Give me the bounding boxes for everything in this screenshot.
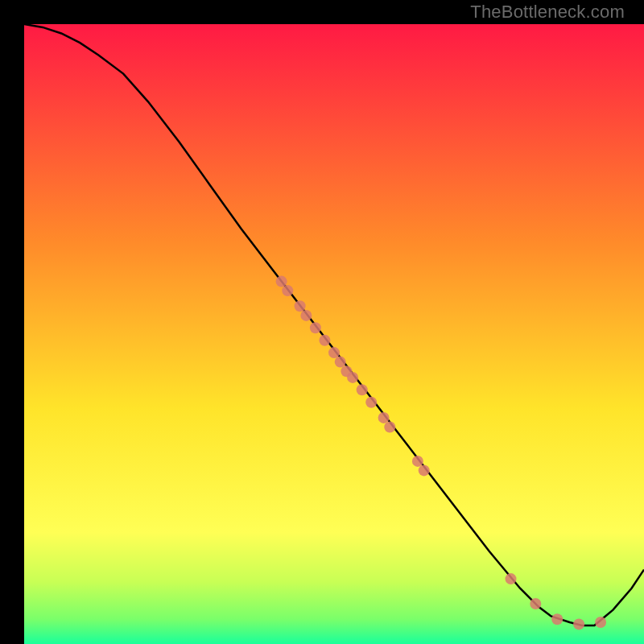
data-point [335, 357, 346, 368]
data-point [347, 372, 358, 383]
bottleneck-chart [24, 24, 644, 644]
watermark-text: TheBottleneck.com [470, 2, 625, 23]
data-point [282, 285, 293, 296]
data-point [551, 613, 563, 625]
data-point [276, 276, 287, 287]
data-point [300, 310, 312, 321]
data-point [378, 412, 390, 423]
data-point [530, 598, 541, 609]
chart-frame [12, 12, 632, 632]
data-point [419, 464, 430, 476]
data-point [357, 384, 368, 395]
data-point [573, 618, 584, 630]
data-point [310, 322, 321, 333]
data-point [384, 422, 395, 433]
data-point [595, 617, 606, 628]
data-point [295, 300, 306, 312]
data-point [328, 347, 340, 358]
data-point [365, 397, 377, 408]
gradient-background [24, 24, 644, 644]
data-point [506, 573, 517, 584]
data-point [412, 456, 423, 467]
data-point [319, 335, 330, 346]
